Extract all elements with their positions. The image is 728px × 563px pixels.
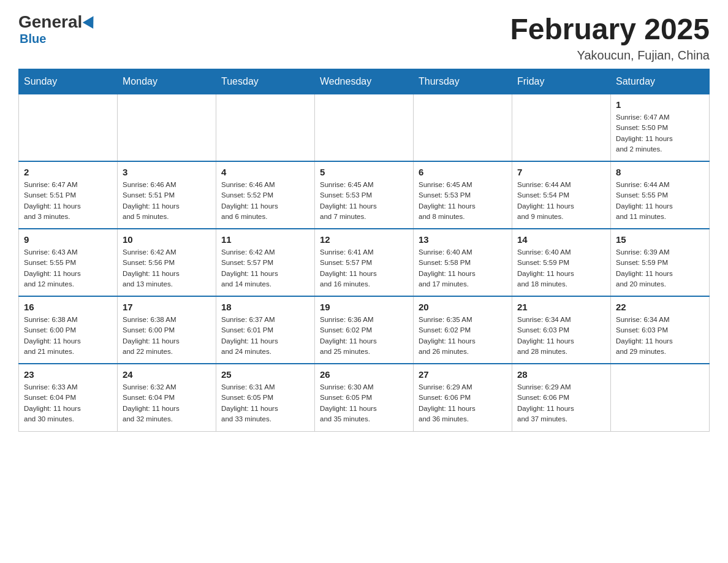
day-info: Sunrise: 6:30 AM Sunset: 6:05 PM Dayligh… [320,382,408,424]
day-info: Sunrise: 6:45 AM Sunset: 5:53 PM Dayligh… [419,180,507,222]
logo-general-text: General [18,12,82,32]
day-info: Sunrise: 6:40 AM Sunset: 5:59 PM Dayligh… [517,247,605,289]
calendar-cell: 15Sunrise: 6:39 AM Sunset: 5:59 PM Dayli… [611,229,710,296]
weekday-header-friday: Friday [512,69,611,94]
day-number: 8 [616,167,704,177]
calendar-table: SundayMondayTuesdayWednesdayThursdayFrid… [18,69,710,432]
calendar-cell: 8Sunrise: 6:44 AM Sunset: 5:55 PM Daylig… [611,161,710,229]
day-number: 19 [320,302,408,312]
day-info: Sunrise: 6:37 AM Sunset: 6:01 PM Dayligh… [221,315,309,357]
calendar-cell: 12Sunrise: 6:41 AM Sunset: 5:57 PM Dayli… [315,229,414,296]
calendar-cell: 17Sunrise: 6:38 AM Sunset: 6:00 PM Dayli… [118,296,216,364]
calendar-cell: 16Sunrise: 6:38 AM Sunset: 6:00 PM Dayli… [19,296,118,364]
weekday-header-thursday: Thursday [414,69,512,94]
calendar-cell: 11Sunrise: 6:42 AM Sunset: 5:57 PM Dayli… [216,229,315,296]
day-info: Sunrise: 6:33 AM Sunset: 6:04 PM Dayligh… [24,382,112,424]
calendar-cell: 20Sunrise: 6:35 AM Sunset: 6:02 PM Dayli… [414,296,512,364]
day-number: 22 [616,302,704,312]
title-section: February 2025 Yakoucun, Fujian, China [510,12,710,63]
calendar-cell [512,94,611,161]
day-number: 12 [320,234,408,245]
day-info: Sunrise: 6:44 AM Sunset: 5:54 PM Dayligh… [517,180,605,222]
day-number: 9 [24,234,112,245]
day-number: 2 [24,167,112,177]
day-number: 20 [419,302,507,312]
day-info: Sunrise: 6:46 AM Sunset: 5:51 PM Dayligh… [123,180,211,222]
day-info: Sunrise: 6:34 AM Sunset: 6:03 PM Dayligh… [517,315,605,357]
day-info: Sunrise: 6:47 AM Sunset: 5:51 PM Dayligh… [24,180,112,222]
day-number: 5 [320,167,408,177]
calendar-cell: 23Sunrise: 6:33 AM Sunset: 6:04 PM Dayli… [19,364,118,431]
calendar-cell: 21Sunrise: 6:34 AM Sunset: 6:03 PM Dayli… [512,296,611,364]
calendar-cell: 3Sunrise: 6:46 AM Sunset: 5:51 PM Daylig… [118,161,216,229]
calendar-cell [414,94,512,161]
calendar-cell: 7Sunrise: 6:44 AM Sunset: 5:54 PM Daylig… [512,161,611,229]
day-info: Sunrise: 6:41 AM Sunset: 5:57 PM Dayligh… [320,247,408,289]
day-info: Sunrise: 6:29 AM Sunset: 6:06 PM Dayligh… [419,382,507,424]
calendar-cell: 6Sunrise: 6:45 AM Sunset: 5:53 PM Daylig… [414,161,512,229]
weekday-header-row: SundayMondayTuesdayWednesdayThursdayFrid… [19,69,710,94]
weekday-header-monday: Monday [118,69,216,94]
day-info: Sunrise: 6:35 AM Sunset: 6:02 PM Dayligh… [419,315,507,357]
day-number: 6 [419,167,507,177]
logo-triangle-icon [83,13,99,29]
calendar-cell: 1Sunrise: 6:47 AM Sunset: 5:50 PM Daylig… [611,94,710,161]
weekday-header-wednesday: Wednesday [315,69,414,94]
day-info: Sunrise: 6:39 AM Sunset: 5:59 PM Dayligh… [616,247,704,289]
calendar-cell: 24Sunrise: 6:32 AM Sunset: 6:04 PM Dayli… [118,364,216,431]
calendar-cell: 26Sunrise: 6:30 AM Sunset: 6:05 PM Dayli… [315,364,414,431]
day-info: Sunrise: 6:34 AM Sunset: 6:03 PM Dayligh… [616,315,704,357]
calendar-week-row: 16Sunrise: 6:38 AM Sunset: 6:00 PM Dayli… [19,296,710,364]
calendar-cell: 5Sunrise: 6:45 AM Sunset: 5:53 PM Daylig… [315,161,414,229]
day-info: Sunrise: 6:40 AM Sunset: 5:58 PM Dayligh… [419,247,507,289]
day-number: 3 [123,167,211,177]
calendar-cell [315,94,414,161]
calendar-week-row: 2Sunrise: 6:47 AM Sunset: 5:51 PM Daylig… [19,161,710,229]
day-number: 11 [221,234,309,245]
day-number: 25 [221,369,309,380]
calendar-cell [216,94,315,161]
month-year-title: February 2025 [510,12,710,46]
calendar-cell: 2Sunrise: 6:47 AM Sunset: 5:51 PM Daylig… [19,161,118,229]
day-info: Sunrise: 6:44 AM Sunset: 5:55 PM Dayligh… [616,180,704,222]
weekday-header-saturday: Saturday [611,69,710,94]
day-info: Sunrise: 6:36 AM Sunset: 6:02 PM Dayligh… [320,315,408,357]
calendar-cell: 18Sunrise: 6:37 AM Sunset: 6:01 PM Dayli… [216,296,315,364]
day-number: 10 [123,234,211,245]
calendar-cell: 22Sunrise: 6:34 AM Sunset: 6:03 PM Dayli… [611,296,710,364]
day-number: 24 [123,369,211,380]
calendar-cell: 9Sunrise: 6:43 AM Sunset: 5:55 PM Daylig… [19,229,118,296]
day-info: Sunrise: 6:32 AM Sunset: 6:04 PM Dayligh… [123,382,211,424]
calendar-cell [118,94,216,161]
weekday-header-tuesday: Tuesday [216,69,315,94]
calendar-cell: 25Sunrise: 6:31 AM Sunset: 6:05 PM Dayli… [216,364,315,431]
calendar-cell: 27Sunrise: 6:29 AM Sunset: 6:06 PM Dayli… [414,364,512,431]
day-number: 17 [123,302,211,312]
weekday-header-sunday: Sunday [19,69,118,94]
day-number: 15 [616,234,704,245]
calendar-cell: 13Sunrise: 6:40 AM Sunset: 5:58 PM Dayli… [414,229,512,296]
page-header: General Blue February 2025 Yakoucun, Fuj… [18,12,710,63]
day-info: Sunrise: 6:42 AM Sunset: 5:56 PM Dayligh… [123,247,211,289]
day-number: 23 [24,369,112,380]
day-info: Sunrise: 6:42 AM Sunset: 5:57 PM Dayligh… [221,247,309,289]
day-info: Sunrise: 6:43 AM Sunset: 5:55 PM Dayligh… [24,247,112,289]
calendar-cell [611,364,710,431]
calendar-week-row: 1Sunrise: 6:47 AM Sunset: 5:50 PM Daylig… [19,94,710,161]
location-subtitle: Yakoucun, Fujian, China [510,48,710,63]
logo: General Blue [18,12,97,46]
day-number: 4 [221,167,309,177]
day-number: 1 [616,99,704,110]
day-info: Sunrise: 6:47 AM Sunset: 5:50 PM Dayligh… [616,112,704,155]
day-number: 26 [320,369,408,380]
day-number: 16 [24,302,112,312]
day-info: Sunrise: 6:45 AM Sunset: 5:53 PM Dayligh… [320,180,408,222]
calendar-cell: 28Sunrise: 6:29 AM Sunset: 6:06 PM Dayli… [512,364,611,431]
day-number: 18 [221,302,309,312]
calendar-cell: 10Sunrise: 6:42 AM Sunset: 5:56 PM Dayli… [118,229,216,296]
day-number: 14 [517,234,605,245]
day-number: 7 [517,167,605,177]
calendar-cell: 4Sunrise: 6:46 AM Sunset: 5:52 PM Daylig… [216,161,315,229]
day-number: 13 [419,234,507,245]
calendar-week-row: 23Sunrise: 6:33 AM Sunset: 6:04 PM Dayli… [19,364,710,431]
